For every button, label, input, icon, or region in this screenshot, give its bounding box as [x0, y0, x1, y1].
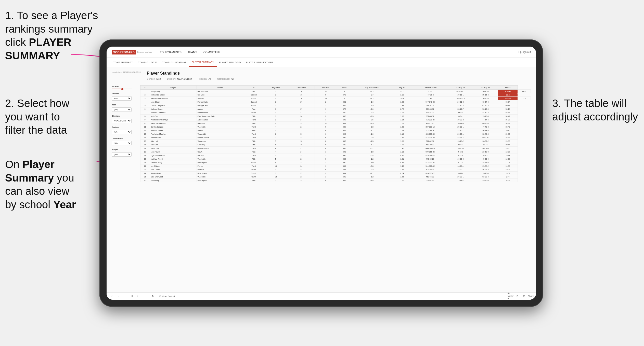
table-cell: 5: [263, 157, 288, 161]
region-select[interactable]: N/A All: [112, 130, 132, 134]
table-cell: 4: [263, 161, 288, 164]
table-cell: 1.93: [392, 115, 412, 118]
table-cell: 24: [288, 168, 315, 172]
table-cell: -1.8: [352, 150, 392, 154]
year-select[interactable]: (All) First Second Third Fourth Fifth: [112, 107, 132, 112]
table-cell: 5: [140, 104, 150, 107]
gender-select[interactable]: Men Women: [112, 96, 132, 101]
subnav-team-h2h-grid[interactable]: TEAM H2H GRID: [135, 58, 159, 67]
table-cell: 68.3: [337, 115, 352, 118]
table-cell: 31-15-1: [448, 129, 473, 132]
table-cell: 8: [140, 115, 150, 118]
table-cell: Petr Hruby: [150, 179, 197, 182]
table-cell: 6: [263, 132, 288, 136]
undo-icon[interactable]: ↩: [110, 294, 114, 298]
table-cell: 1: [337, 90, 352, 93]
col-vs-top50: Vs Top 50: [473, 86, 498, 90]
subnav-team-summary[interactable]: TEAM SUMMARY: [111, 58, 135, 67]
nav-committee[interactable]: COMMITTEE: [203, 50, 220, 55]
table-cell: Fifth: [244, 122, 263, 125]
col-points: Points: [498, 86, 518, 90]
table-cell: 387-133-16: [412, 125, 448, 129]
table-cell: 25-43-0: [473, 161, 498, 164]
table-cell: Fifth: [244, 140, 263, 143]
print-icon[interactable]: ⊡: [516, 294, 520, 298]
nav-teams[interactable]: TEAMS: [188, 50, 197, 55]
table-cell: Fourth: [244, 97, 263, 100]
table-row: 17David FordNorth CarolinaThird421069.0-…: [140, 147, 531, 150]
nav-tournaments[interactable]: TOURNAMENTS: [160, 50, 182, 55]
table-cell: -0.8: [352, 164, 392, 168]
table-cell: 9.45: [498, 179, 518, 182]
table-cell: 23-58-0: [473, 150, 498, 154]
table-cell: 24: [140, 172, 150, 175]
panel-division-label: Division: [112, 115, 137, 117]
division-select[interactable]: NCAA Division I NCAA Division II NCAA Di…: [112, 119, 132, 123]
more-icon[interactable]: ···: [143, 294, 147, 298]
table-cell: 1.47: [392, 147, 412, 150]
content-body: No Rds. Gender Men Women: [112, 85, 531, 182]
table-cell: 39.42: [498, 115, 518, 118]
table-cell: 27: [288, 172, 315, 175]
copy-icon[interactable]: ⧉: [130, 294, 134, 298]
table-cell: 29.83: [498, 132, 518, 136]
table-cell: 514-111-52: [412, 164, 448, 168]
table-cell: 1: [315, 150, 337, 154]
step-back-icon[interactable]: ⟨: [122, 294, 126, 298]
table-cell: 23: [288, 161, 315, 164]
table-cell: 7: [337, 97, 352, 100]
table-cell: 14-5-3: [448, 111, 473, 115]
subnav-player-h2h-grid[interactable]: PLAYER H2H GRID: [217, 58, 243, 67]
table-cell: 1: [315, 175, 337, 179]
table-row: 23Jack LundinMissouriFourth1124068.6-2.3…: [140, 168, 531, 172]
subnav-player-summary[interactable]: PLAYER SUMMARY: [189, 58, 217, 67]
table-cell: Arizona State: [197, 118, 244, 122]
table-cell: 69.0: [337, 132, 352, 136]
table-cell: Georgia Tech: [197, 104, 244, 107]
table-cell: 50-19-9: [473, 107, 498, 111]
table-cell: New Mexico: [197, 172, 244, 175]
redo-icon[interactable]: ↪: [116, 294, 120, 298]
table-cell: 53-38-4: [473, 175, 498, 179]
table-cell: Matthew Riedel: [150, 157, 197, 161]
table-cell: 24: [288, 118, 315, 122]
table-cell: 0: [315, 125, 337, 129]
table-cell: 1: [315, 107, 337, 111]
subnav-team-h2h-heatmap[interactable]: TEAM H2H HEATMAP: [160, 58, 189, 67]
table-cell: Fifth: [244, 179, 263, 182]
toolbar-view[interactable]: ⊞ View: Original: [159, 295, 175, 297]
cut-icon[interactable]: ✂: [136, 294, 140, 298]
table-row: 10Jacob Skov OlesenArkansasFifth2251068.…: [140, 122, 531, 125]
table-cell: -1.8: [352, 179, 392, 182]
share-button[interactable]: Share: [529, 294, 533, 298]
table-cell: Third: [244, 118, 263, 122]
table-cell: 68.2: [337, 111, 352, 115]
table-cell: North Carolina: [197, 136, 244, 140]
table-cell: 2: [263, 104, 288, 107]
watch-button[interactable]: 👁 Watch ▾: [509, 294, 513, 298]
panel-year-label: Year: [112, 104, 137, 106]
table-cell: 6: [140, 107, 150, 111]
col-rank: #: [140, 86, 150, 90]
conference-select[interactable]: (All): [112, 141, 132, 145]
table-cell: 69.2: [337, 161, 352, 164]
table-cell: -1.2: [352, 157, 392, 161]
refresh-icon[interactable]: ↻: [151, 294, 155, 298]
col-vs-top25: Vs Top 25: [448, 86, 473, 90]
table-cell: 1: [288, 90, 315, 93]
table-cell: 1.68: [392, 168, 412, 172]
table-cell: 88.2: [518, 90, 531, 93]
subnav-player-h2h-heatmap[interactable]: PLAYER H2H HEATMAP: [243, 58, 275, 67]
present-icon[interactable]: ⊞: [522, 294, 526, 298]
table-cell: 2: [263, 122, 288, 125]
table-cell: Luke Powell: [150, 150, 197, 154]
table-cell: Mats Ege: [150, 115, 197, 118]
table-cell: 21: [140, 161, 150, 164]
player-select[interactable]: (All): [112, 152, 132, 157]
brand-logo: SCOREBOARD: [112, 50, 136, 54]
top-nav: SCOREBOARD Powered by clipp'd TOURNAMENT…: [107, 47, 536, 58]
main-content: Update time: 27/03/2024 16:56:26 Player …: [107, 67, 536, 292]
slider-track[interactable]: [112, 89, 132, 89]
table-cell: 2.72: [392, 107, 412, 111]
table-cell: 25: [288, 179, 315, 182]
